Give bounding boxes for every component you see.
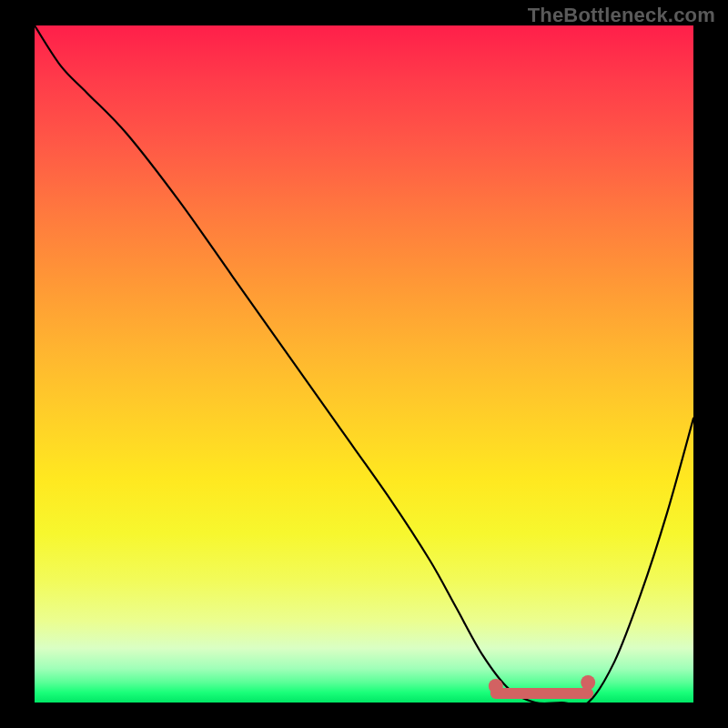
chart-frame: TheBottleneck.com: [0, 0, 728, 728]
watermark: TheBottleneck.com: [528, 4, 715, 27]
bottleneck-curve: [35, 25, 693, 703]
curve-layer: [35, 25, 693, 703]
optimal-range-end-dot: [581, 675, 595, 690]
optimal-range-start-dot: [489, 679, 503, 693]
plot-area: [35, 25, 693, 703]
